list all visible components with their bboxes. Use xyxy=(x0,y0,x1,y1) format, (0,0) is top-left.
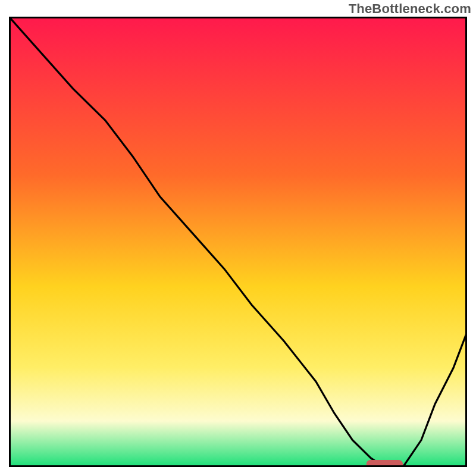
watermark-text: TheBottleneck.com xyxy=(349,1,471,17)
chart-svg xyxy=(9,17,467,467)
gradient-background xyxy=(10,18,466,466)
chart-plot xyxy=(9,17,467,467)
chart-stage: TheBottleneck.com xyxy=(0,0,476,476)
